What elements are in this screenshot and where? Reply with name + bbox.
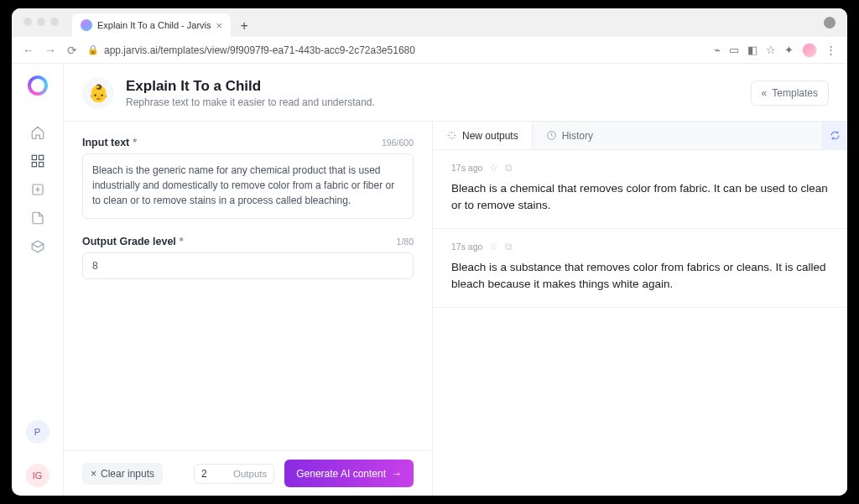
page-subtitle: Rephrase text to make it easier to read … [126,96,375,108]
svg-rect-3 [39,163,43,167]
tab-new-outputs[interactable]: New outputs [433,122,533,149]
copy-icon[interactable]: ⧉ [505,162,513,174]
reload-button[interactable]: ⟳ [65,44,79,57]
home-icon[interactable] [29,124,46,141]
lock-icon: 🔒 [87,44,99,55]
account-avatar-icon[interactable] [824,17,836,29]
result-text: Bleach is a chemical that removes color … [451,180,829,213]
main-area: 👶 Explain It To a Child Rephrase text to… [64,64,847,496]
star-icon[interactable]: ☆ [489,241,498,252]
result-meta: 17s ago ☆ ⧉ [451,241,829,252]
profile-avatar-icon[interactable] [802,43,817,58]
arrow-right-icon: → [391,467,402,480]
outputs-count-field[interactable]: Outputs [194,464,274,484]
minimize-window-button[interactable] [37,18,45,26]
input-text-counter: 196/600 [382,138,414,148]
new-tab-button[interactable]: + [236,18,252,34]
close-window-button[interactable] [23,18,32,26]
page-header: 👶 Explain It To a Child Rephrase text to… [64,64,847,122]
sparkle-icon [446,130,457,141]
kebab-menu-icon[interactable]: ⋮ [825,44,837,56]
forward-button[interactable]: → [44,44,57,57]
input-text-label: Input text* 196/600 [82,137,414,148]
templates-button[interactable]: « Templates [751,81,829,106]
clock-icon [546,130,557,141]
package-icon[interactable] [29,238,46,255]
tab-history[interactable]: History [533,122,607,149]
svg-rect-1 [39,155,43,159]
browser-window: Explain It To a Child - Jarvis × + ← → ⟳… [12,8,847,496]
outputs-input[interactable] [201,468,226,480]
grade-level-field[interactable] [82,252,414,279]
workflows-icon[interactable] [29,181,46,198]
result-item[interactable]: 17s ago ☆ ⧉ Bleach is a chemical that re… [433,150,847,229]
workspace-avatar-p[interactable]: P [26,420,49,444]
refresh-outputs-button[interactable] [822,122,847,149]
grade-level-label: Output Grade level* 1/80 [82,236,414,247]
result-age: 17s ago [451,163,482,173]
result-meta: 17s ago ☆ ⧉ [451,162,829,174]
output-tabs: New outputs History [433,122,847,150]
url-field[interactable]: 🔒 app.jarvis.ai/templates/view/9f9097f9-… [87,44,705,56]
url-text: app.jarvis.ai/templates/view/9f9097f9-ea… [104,44,415,56]
input-panel: Input text* 196/600 Output Grade level* … [64,122,433,496]
result-text: Bleach is a substance that removes color… [451,259,829,292]
app-container: P IG 👶 Explain It To a Child Rephrase te… [12,64,847,496]
key-icon[interactable]: ⌁ [714,44,721,56]
x-icon: × [91,468,96,480]
copy-icon[interactable]: ⧉ [505,241,513,252]
svg-rect-0 [32,155,36,159]
browser-address-bar: ← → ⟳ 🔒 app.jarvis.ai/templates/view/9f9… [12,37,847,64]
traffic-light-group [23,18,59,26]
workspace-avatar-ig[interactable]: IG [26,464,49,487]
templates-icon[interactable] [29,153,46,169]
output-panel: New outputs History 17s a [433,122,847,496]
input-footer: × Clear inputs Outputs Generate AI conte… [64,450,432,496]
puzzle-icon[interactable]: ✦ [784,44,794,56]
extension-icon[interactable]: ◧ [747,44,757,56]
favicon-icon [81,19,92,31]
star-icon[interactable]: ☆ [489,162,498,174]
split-pane: Input text* 196/600 Output Grade level* … [64,122,847,496]
payment-icon[interactable]: ▭ [729,44,739,56]
page-title: Explain It To a Child [126,78,375,95]
clear-inputs-button[interactable]: × Clear inputs [82,463,163,485]
outputs-label: Outputs [233,469,267,479]
chevron-left-icon: « [762,87,768,99]
svg-rect-2 [32,163,36,167]
refresh-icon [830,130,841,141]
maximize-window-button[interactable] [50,18,59,26]
sidebar: P IG [12,64,64,496]
input-text-field[interactable] [82,153,414,219]
browser-tab[interactable]: Explain It To a Child - Jarvis × [72,13,231,37]
close-tab-icon[interactable]: × [216,19,223,32]
back-button[interactable]: ← [22,44,35,57]
tab-title: Explain It To a Child - Jarvis [97,20,211,30]
documents-icon[interactable] [29,210,46,226]
browser-toolbar-icons: ⌁ ▭ ◧ ☆ ✦ ⋮ [714,43,837,58]
generate-button[interactable]: Generate AI content → [284,460,414,487]
app-logo-icon[interactable] [28,75,48,96]
result-age: 17s ago [451,242,482,252]
grade-level-counter: 1/80 [397,236,414,247]
result-item[interactable]: 17s ago ☆ ⧉ Bleach is a substance that r… [433,229,847,308]
bookmark-icon[interactable]: ☆ [766,44,776,56]
browser-tabbar: Explain It To a Child - Jarvis × + [12,8,847,37]
results-list: 17s ago ☆ ⧉ Bleach is a chemical that re… [433,150,847,496]
template-emoji-icon: 👶 [82,77,114,109]
